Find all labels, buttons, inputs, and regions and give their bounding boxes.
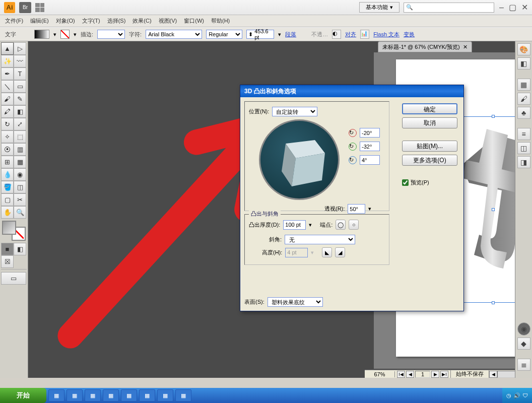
zoom-level[interactable]: 67% <box>365 371 395 377</box>
gradient-tool[interactable]: ▦ <box>14 156 26 168</box>
menu-file[interactable]: 文件(F) <box>5 17 23 25</box>
taskbar-item[interactable]: ▦ <box>175 389 191 401</box>
artboard-tool[interactable]: ▢ <box>1 193 14 206</box>
rotate-y-icon[interactable]: ↻ <box>349 143 357 151</box>
eyedropper-tool[interactable]: 💧 <box>1 168 14 181</box>
rectangle-tool[interactable]: ▭ <box>14 80 26 93</box>
symbols-panel-icon[interactable]: ♣ <box>517 107 530 119</box>
taskbar-item[interactable]: ▦ <box>66 389 83 401</box>
warp-tool[interactable]: ✧ <box>1 130 14 143</box>
preview-checkbox[interactable]: 预览(P) <box>402 179 457 186</box>
menu-help[interactable]: 帮助(H) <box>211 17 230 25</box>
stroke-panel-icon[interactable]: ≡ <box>517 128 530 140</box>
color-mode-color[interactable]: ■ <box>1 243 14 255</box>
cancel-button[interactable]: 取消 <box>402 117 457 128</box>
rotate-z-icon[interactable]: ↻ <box>349 156 357 164</box>
rotate-x-input[interactable] <box>360 128 380 138</box>
menu-select[interactable]: 选择(S) <box>107 17 126 25</box>
rotate-z-input[interactable] <box>360 155 380 165</box>
screen-mode[interactable]: ▭ <box>1 272 26 285</box>
zoom-tool[interactable]: 🔍 <box>14 206 26 219</box>
taskbar-item[interactable]: ▦ <box>103 389 119 401</box>
gradient-panel-icon[interactable]: ◫ <box>517 142 530 154</box>
font-family-select[interactable]: Arial Black <box>146 30 202 39</box>
3d-preview-trackball[interactable] <box>259 119 340 200</box>
system-tray[interactable]: ◷🔊🛡 <box>502 388 532 403</box>
transparency-panel-icon[interactable]: ◨ <box>517 156 530 168</box>
menu-object[interactable]: 对象(O) <box>56 17 75 25</box>
font-size-input[interactable]: ⬍ 453.6 pt <box>246 30 274 39</box>
appearance-panel-icon[interactable]: ◉ <box>517 322 530 335</box>
depth-input[interactable] <box>283 220 306 230</box>
lasso-tool[interactable]: 〰 <box>14 55 26 68</box>
type-tool[interactable]: T <box>14 68 26 80</box>
rotate-x-icon[interactable]: ↻ <box>349 129 357 137</box>
magic-wand-tool[interactable]: ✨ <box>1 55 14 68</box>
menu-window[interactable]: 窗口(W) <box>184 17 204 25</box>
page-number[interactable]: 1 <box>415 371 430 378</box>
bridge-logo[interactable]: Br <box>19 2 31 13</box>
arrange-documents-icon[interactable] <box>35 3 44 12</box>
first-page-btn[interactable]: I◀ <box>397 371 405 378</box>
fill-swatch[interactable] <box>34 30 49 39</box>
bevel-out-icon[interactable]: ◢ <box>335 247 345 257</box>
menu-view[interactable]: 视图(V) <box>159 17 177 25</box>
stroke-weight[interactable] <box>97 30 125 39</box>
swatches-panel-icon[interactable]: ▦ <box>517 79 530 91</box>
bevel-select[interactable]: 无 <box>285 235 355 244</box>
menu-effect[interactable]: 效果(C) <box>132 17 151 25</box>
map-art-button[interactable]: 贴图(M)... <box>402 141 457 152</box>
transform-link[interactable]: 变换 <box>404 31 415 38</box>
window-minimize[interactable]: – <box>499 3 504 12</box>
eraser-tool[interactable]: ◧ <box>14 105 26 118</box>
surface-select[interactable]: 塑料效果底纹 <box>268 297 323 307</box>
color-guide-panel-icon[interactable]: ◧ <box>517 57 530 70</box>
align-link[interactable]: 对齐 <box>345 31 356 38</box>
blob-brush-tool[interactable]: 🖍 <box>1 105 14 118</box>
brushes-panel-icon[interactable]: 🖌 <box>517 93 530 105</box>
rotate-y-input[interactable] <box>360 142 380 151</box>
document-tab[interactable]: 未标题-1* @ 67% (CMYK/预览) ✕ <box>378 41 472 52</box>
scroll-left-btn[interactable]: ◀ <box>489 371 497 378</box>
align-icon[interactable]: 📊 <box>360 30 369 39</box>
scale-tool[interactable]: ⤢ <box>14 118 26 130</box>
cap-on-icon[interactable]: ◯ <box>336 220 346 230</box>
next-page-btn[interactable]: ▶ <box>431 371 439 378</box>
blend-tool[interactable]: ◉ <box>14 168 26 181</box>
fill-stroke-color[interactable] <box>2 221 26 241</box>
paintbrush-tool[interactable]: 🖌 <box>1 93 14 105</box>
search-input[interactable]: 🔍 <box>404 3 494 13</box>
perspective-input[interactable] <box>348 204 365 214</box>
color-panel-icon[interactable]: 🎨 <box>517 43 530 55</box>
live-paint-bucket[interactable]: 🪣 <box>1 181 14 193</box>
dialog-title[interactable]: 3D 凸出和斜角选项 <box>240 85 463 97</box>
color-mode-gradient[interactable]: ◧ <box>14 243 26 255</box>
taskbar-item[interactable]: ▦ <box>85 389 101 401</box>
pen-tool[interactable]: ✒ <box>1 68 14 80</box>
cap-off-icon[interactable]: ○ <box>349 220 359 230</box>
layers-panel-icon[interactable]: ≣ <box>517 359 530 371</box>
more-options-button[interactable]: 更多选项(O) <box>402 155 457 166</box>
color-mode-none[interactable]: ☒ <box>1 255 14 268</box>
symbol-sprayer-tool[interactable]: ⦿ <box>1 143 14 156</box>
close-tab-icon[interactable]: ✕ <box>463 44 468 50</box>
flash-text-link[interactable]: Flash 文本 <box>373 31 400 38</box>
slice-tool[interactable]: ✂ <box>14 193 26 206</box>
position-select[interactable]: 自定旋转 <box>272 107 317 116</box>
mesh-tool[interactable]: ⊞ <box>1 156 14 168</box>
start-button[interactable]: 开始 <box>0 388 46 403</box>
rotate-tool[interactable]: ↻ <box>1 118 14 130</box>
window-maximize[interactable]: ▢ <box>509 3 516 12</box>
line-tool[interactable]: ＼ <box>1 80 14 93</box>
taskbar-item[interactable]: ▦ <box>48 389 64 401</box>
taskbar-item[interactable]: ▦ <box>157 389 173 401</box>
menu-type[interactable]: 文字(T) <box>82 17 100 25</box>
graph-tool[interactable]: ▥ <box>14 143 26 156</box>
stroke-swatch[interactable] <box>60 30 70 39</box>
paragraph-link[interactable]: 段落 <box>285 31 296 38</box>
pencil-tool[interactable]: ✎ <box>14 93 26 105</box>
last-page-btn[interactable]: ▶I <box>440 371 448 378</box>
recolor-artwork-icon[interactable]: ◐ <box>332 30 341 39</box>
menu-edit[interactable]: 编辑(E) <box>30 17 49 25</box>
graphic-styles-panel-icon[interactable]: ◆ <box>517 338 530 350</box>
